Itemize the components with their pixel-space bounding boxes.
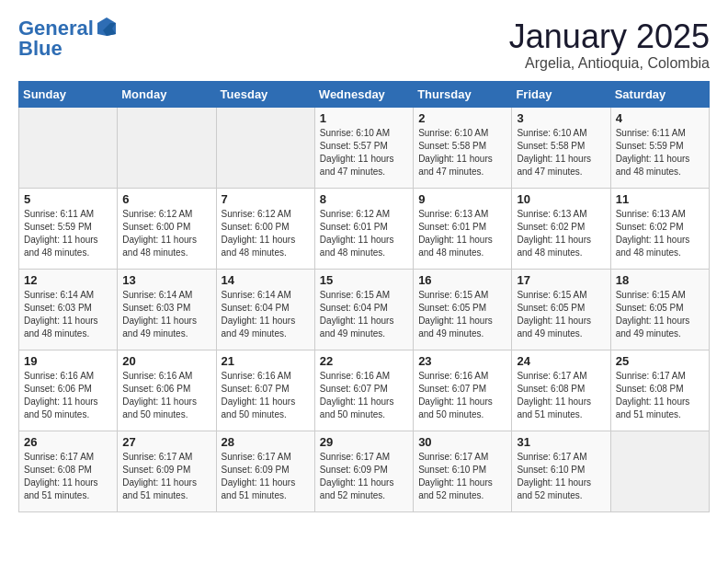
- day-info: Sunrise: 6:14 AM Sunset: 6:03 PM Dayligh…: [24, 289, 112, 340]
- day-cell: [610, 431, 709, 511]
- weekday-header-row: SundayMondayTuesdayWednesdayThursdayFrid…: [19, 81, 710, 107]
- calendar-title: January 2025: [509, 18, 710, 55]
- day-cell: 13Sunrise: 6:14 AM Sunset: 6:03 PM Dayli…: [118, 269, 216, 350]
- week-row-4: 19Sunrise: 6:16 AM Sunset: 6:06 PM Dayli…: [19, 350, 710, 431]
- day-cell: 26Sunrise: 6:17 AM Sunset: 6:08 PM Dayli…: [19, 431, 118, 511]
- day-cell: 16Sunrise: 6:15 AM Sunset: 6:05 PM Dayli…: [414, 269, 512, 350]
- day-info: Sunrise: 6:16 AM Sunset: 6:07 PM Dayligh…: [418, 370, 506, 421]
- day-number: 23: [418, 354, 506, 368]
- weekday-header-tuesday: Tuesday: [216, 81, 314, 107]
- day-cell: 21Sunrise: 6:16 AM Sunset: 6:07 PM Dayli…: [216, 350, 314, 431]
- week-row-2: 5Sunrise: 6:11 AM Sunset: 5:59 PM Daylig…: [19, 188, 710, 269]
- day-cell: 23Sunrise: 6:16 AM Sunset: 6:07 PM Dayli…: [414, 350, 512, 431]
- day-cell: 4Sunrise: 6:11 AM Sunset: 5:59 PM Daylig…: [610, 107, 709, 188]
- calendar-table: SundayMondayTuesdayWednesdayThursdayFrid…: [18, 81, 710, 512]
- day-info: Sunrise: 6:17 AM Sunset: 6:08 PM Dayligh…: [24, 451, 112, 502]
- day-cell: 27Sunrise: 6:17 AM Sunset: 6:09 PM Dayli…: [118, 431, 216, 511]
- day-info: Sunrise: 6:17 AM Sunset: 6:08 PM Dayligh…: [616, 370, 704, 421]
- day-number: 8: [320, 192, 408, 206]
- day-cell: 25Sunrise: 6:17 AM Sunset: 6:08 PM Dayli…: [610, 350, 709, 431]
- day-cell: 3Sunrise: 6:10 AM Sunset: 5:58 PM Daylig…: [512, 107, 610, 188]
- day-cell: 15Sunrise: 6:15 AM Sunset: 6:04 PM Dayli…: [314, 269, 413, 350]
- day-cell: 9Sunrise: 6:13 AM Sunset: 6:01 PM Daylig…: [414, 188, 512, 269]
- day-cell: 12Sunrise: 6:14 AM Sunset: 6:03 PM Dayli…: [19, 269, 118, 350]
- day-number: 1: [320, 111, 408, 125]
- day-cell: 14Sunrise: 6:14 AM Sunset: 6:04 PM Dayli…: [216, 269, 314, 350]
- day-info: Sunrise: 6:10 AM Sunset: 5:58 PM Dayligh…: [517, 127, 605, 178]
- day-cell: 18Sunrise: 6:15 AM Sunset: 6:05 PM Dayli…: [610, 269, 709, 350]
- day-number: 6: [122, 192, 210, 206]
- day-number: 14: [222, 273, 310, 287]
- day-info: Sunrise: 6:14 AM Sunset: 6:04 PM Dayligh…: [222, 289, 310, 340]
- day-number: 24: [517, 354, 605, 368]
- week-row-5: 26Sunrise: 6:17 AM Sunset: 6:08 PM Dayli…: [19, 431, 710, 511]
- day-info: Sunrise: 6:14 AM Sunset: 6:03 PM Dayligh…: [122, 289, 210, 340]
- day-cell: 7Sunrise: 6:12 AM Sunset: 6:00 PM Daylig…: [216, 188, 314, 269]
- day-cell: 29Sunrise: 6:17 AM Sunset: 6:09 PM Dayli…: [314, 431, 413, 511]
- day-cell: 22Sunrise: 6:16 AM Sunset: 6:07 PM Dayli…: [314, 350, 413, 431]
- day-cell: 6Sunrise: 6:12 AM Sunset: 6:00 PM Daylig…: [118, 188, 216, 269]
- day-info: Sunrise: 6:17 AM Sunset: 6:09 PM Dayligh…: [122, 451, 210, 502]
- day-cell: [118, 107, 216, 188]
- day-cell: [216, 107, 314, 188]
- day-cell: 30Sunrise: 6:17 AM Sunset: 6:10 PM Dayli…: [414, 431, 512, 511]
- day-info: Sunrise: 6:16 AM Sunset: 6:07 PM Dayligh…: [320, 370, 408, 421]
- calendar-subtitle: Argelia, Antioquia, Colombia: [509, 55, 710, 72]
- day-cell: [19, 107, 118, 188]
- week-row-3: 12Sunrise: 6:14 AM Sunset: 6:03 PM Dayli…: [19, 269, 710, 350]
- logo-text-line2: Blue: [18, 39, 118, 59]
- day-number: 11: [616, 192, 704, 206]
- day-cell: 11Sunrise: 6:13 AM Sunset: 6:02 PM Dayli…: [610, 188, 709, 269]
- day-info: Sunrise: 6:17 AM Sunset: 6:10 PM Dayligh…: [418, 451, 506, 502]
- day-info: Sunrise: 6:16 AM Sunset: 6:07 PM Dayligh…: [222, 370, 310, 421]
- day-number: 27: [122, 435, 210, 449]
- day-info: Sunrise: 6:15 AM Sunset: 6:05 PM Dayligh…: [517, 289, 605, 340]
- day-info: Sunrise: 6:13 AM Sunset: 6:01 PM Dayligh…: [418, 208, 506, 259]
- day-number: 25: [616, 354, 704, 368]
- day-number: 22: [320, 354, 408, 368]
- logo-text-line1: General: [18, 18, 94, 39]
- day-cell: 1Sunrise: 6:10 AM Sunset: 5:57 PM Daylig…: [314, 107, 413, 188]
- day-cell: 20Sunrise: 6:16 AM Sunset: 6:06 PM Dayli…: [118, 350, 216, 431]
- page-header: General Blue January 2025 Argelia, Antio…: [18, 18, 710, 72]
- day-number: 12: [24, 273, 112, 287]
- day-cell: 31Sunrise: 6:17 AM Sunset: 6:10 PM Dayli…: [512, 431, 610, 511]
- day-number: 29: [320, 435, 408, 449]
- day-number: 5: [24, 192, 112, 206]
- weekday-header-saturday: Saturday: [610, 81, 709, 107]
- day-cell: 10Sunrise: 6:13 AM Sunset: 6:02 PM Dayli…: [512, 188, 610, 269]
- day-info: Sunrise: 6:12 AM Sunset: 6:00 PM Dayligh…: [122, 208, 210, 259]
- day-info: Sunrise: 6:15 AM Sunset: 6:05 PM Dayligh…: [616, 289, 704, 340]
- title-section: January 2025 Argelia, Antioquia, Colombi…: [509, 18, 710, 72]
- logo-icon: [96, 16, 118, 38]
- day-info: Sunrise: 6:10 AM Sunset: 5:57 PM Dayligh…: [320, 127, 408, 178]
- day-cell: 5Sunrise: 6:11 AM Sunset: 5:59 PM Daylig…: [19, 188, 118, 269]
- day-info: Sunrise: 6:15 AM Sunset: 6:04 PM Dayligh…: [320, 289, 408, 340]
- weekday-header-friday: Friday: [512, 81, 610, 107]
- day-info: Sunrise: 6:13 AM Sunset: 6:02 PM Dayligh…: [616, 208, 704, 259]
- day-info: Sunrise: 6:17 AM Sunset: 6:08 PM Dayligh…: [517, 370, 605, 421]
- day-info: Sunrise: 6:13 AM Sunset: 6:02 PM Dayligh…: [517, 208, 605, 259]
- day-info: Sunrise: 6:11 AM Sunset: 5:59 PM Dayligh…: [24, 208, 112, 259]
- day-info: Sunrise: 6:12 AM Sunset: 6:00 PM Dayligh…: [222, 208, 310, 259]
- day-number: 28: [222, 435, 310, 449]
- day-cell: 19Sunrise: 6:16 AM Sunset: 6:06 PM Dayli…: [19, 350, 118, 431]
- day-number: 18: [616, 273, 704, 287]
- weekday-header-monday: Monday: [118, 81, 216, 107]
- day-info: Sunrise: 6:17 AM Sunset: 6:09 PM Dayligh…: [222, 451, 310, 502]
- day-cell: 17Sunrise: 6:15 AM Sunset: 6:05 PM Dayli…: [512, 269, 610, 350]
- weekday-header-sunday: Sunday: [19, 81, 118, 107]
- logo: General Blue: [18, 18, 118, 59]
- day-number: 9: [418, 192, 506, 206]
- day-number: 31: [517, 435, 605, 449]
- day-number: 16: [418, 273, 506, 287]
- day-number: 26: [24, 435, 112, 449]
- day-info: Sunrise: 6:11 AM Sunset: 5:59 PM Dayligh…: [616, 127, 704, 178]
- day-number: 17: [517, 273, 605, 287]
- day-number: 4: [616, 111, 704, 125]
- day-number: 10: [517, 192, 605, 206]
- day-info: Sunrise: 6:17 AM Sunset: 6:10 PM Dayligh…: [517, 451, 605, 502]
- day-info: Sunrise: 6:17 AM Sunset: 6:09 PM Dayligh…: [320, 451, 408, 502]
- day-info: Sunrise: 6:10 AM Sunset: 5:58 PM Dayligh…: [418, 127, 506, 178]
- week-row-1: 1Sunrise: 6:10 AM Sunset: 5:57 PM Daylig…: [19, 107, 710, 188]
